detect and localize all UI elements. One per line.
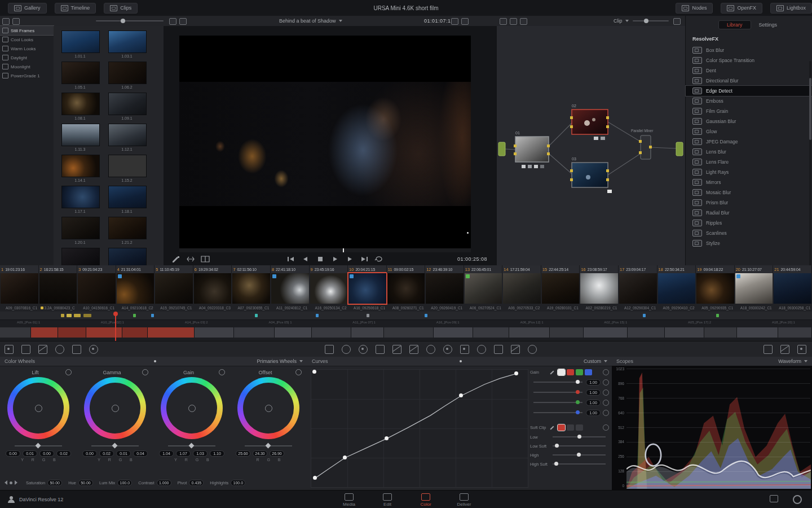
- marker[interactable]: [367, 314, 369, 317]
- reset-icon[interactable]: [219, 369, 225, 375]
- scope-mode-selector[interactable]: Waveform: [778, 358, 807, 364]
- channel-chip-y[interactable]: [558, 369, 565, 375]
- wheel-value[interactable]: 0.01: [116, 450, 131, 457]
- gallery-up-icon[interactable]: [12, 18, 20, 25]
- gallery-still[interactable]: 1.15.2: [108, 155, 145, 182]
- timeline-clip[interactable]: 17 23:09:04:17 A12_09290304_C1: [619, 265, 657, 312]
- wheel-mode-selector[interactable]: Primaries Wheels: [257, 358, 303, 364]
- gallery-still[interactable]: 1.12.1: [108, 124, 145, 151]
- wheel-value[interactable]: 1.07: [176, 450, 191, 457]
- marker[interactable]: [716, 314, 719, 317]
- marker[interactable]: [67, 314, 72, 317]
- timeline-selector[interactable]: Behind a beat of Shadow: [279, 17, 342, 24]
- page-next-icon[interactable]: [15, 480, 17, 485]
- rgb-mixer-icon[interactable]: [376, 345, 385, 354]
- timeline-clip-segment[interactable]: [434, 327, 473, 338]
- viewer-jog-playhead[interactable]: [343, 248, 344, 252]
- clip-thumbnail[interactable]: [1, 273, 38, 304]
- marker[interactable]: [83, 314, 91, 317]
- gallery-still[interactable]: 1.08.1: [61, 93, 99, 120]
- timeline-clip[interactable]: 15 22:44:25:14 A19_09280101_C1: [541, 265, 580, 312]
- timeline-clip-segment[interactable]: [312, 327, 351, 338]
- corrector-node-03[interactable]: 03: [570, 157, 612, 193]
- key-icon[interactable]: [494, 345, 503, 354]
- qualifier-icon[interactable]: [426, 345, 435, 354]
- gallery-album-item[interactable]: Daylight: [0, 53, 54, 62]
- timeline-clip-segment[interactable]: [628, 327, 665, 338]
- node-cursor-icon[interactable]: [500, 18, 507, 25]
- soft-slider-handle[interactable]: [554, 462, 558, 466]
- timeline-clip-segment[interactable]: [550, 327, 584, 338]
- marker[interactable]: [425, 314, 427, 317]
- timeline-clip[interactable]: 13 22:06:45:01 A06_09270524_C1: [464, 265, 503, 312]
- node-camera-icon[interactable]: [510, 18, 517, 25]
- still-thumbnail[interactable]: [61, 93, 100, 115]
- clip-header[interactable]: 12 23:46:39:10: [425, 265, 464, 273]
- node-fit-icon[interactable]: [673, 18, 681, 25]
- openfx-list-item[interactable]: Scanlines: [686, 228, 812, 238]
- marker[interactable]: [643, 314, 646, 317]
- gallery-still[interactable]: 1.03.1: [108, 30, 145, 58]
- timeline-clip[interactable]: 16 23:08:59:17 A02_09280219_C1: [580, 265, 619, 312]
- gallery-still[interactable]: 1.23.1: [61, 248, 99, 265]
- project-manager-icon[interactable]: [770, 495, 778, 502]
- video-frame[interactable]: [179, 36, 471, 248]
- softclip-chip-g[interactable]: [567, 424, 574, 431]
- openfx-list-item[interactable]: Radial Blur: [686, 208, 812, 218]
- clip-thumbnail[interactable]: [503, 273, 541, 304]
- timeline-clip-segment[interactable]: [275, 327, 312, 338]
- openfx-list-item[interactable]: Mosaic Blur: [686, 187, 812, 198]
- openfx-list-item[interactable]: Box Blur: [686, 45, 812, 55]
- timeline-clip-segment[interactable]: [148, 327, 195, 338]
- still-thumbnail[interactable]: [61, 217, 100, 239]
- clip-header[interactable]: 5 11:10:45:19: [155, 265, 193, 273]
- still-thumbnail[interactable]: [108, 248, 147, 265]
- openfx-list-item[interactable]: Mirrors: [686, 177, 812, 187]
- marker[interactable]: [316, 314, 319, 317]
- clip-thumbnail[interactable]: [542, 273, 580, 304]
- adjust-value[interactable]: 50.00: [47, 480, 62, 486]
- still-thumbnail[interactable]: [61, 62, 100, 84]
- topbar-toggle-button[interactable]: Clips: [104, 3, 138, 14]
- reset-icon[interactable]: [603, 400, 609, 406]
- clip-thumbnail[interactable]: [117, 273, 155, 304]
- clip-header[interactable]: 1 19:01:23:16: [0, 265, 39, 273]
- wheel-value[interactable]: 1.10: [210, 450, 224, 457]
- wheel-value[interactable]: 0.02: [56, 450, 71, 457]
- openfx-list-item[interactable]: Film Grain: [686, 106, 812, 116]
- gallery-still[interactable]: 1.20.1: [61, 217, 99, 244]
- gain-slider-handle[interactable]: [576, 390, 580, 394]
- reset-icon[interactable]: [603, 410, 609, 416]
- still-thumbnail[interactable]: [61, 186, 100, 208]
- soft-clip-slider[interactable]: [553, 454, 606, 456]
- clip-thumbnail[interactable]: [387, 273, 425, 304]
- master-wheel-handle[interactable]: [266, 443, 271, 449]
- openfx-list-item[interactable]: Edge Detect: [686, 86, 812, 96]
- curve-editor[interactable]: [311, 369, 528, 488]
- node-zoom-slider[interactable]: [633, 20, 669, 21]
- topbar-toggle-button[interactable]: Lightbox: [770, 3, 812, 14]
- power-window-icon[interactable]: [443, 345, 452, 354]
- mini-timeline-ruler[interactable]: [0, 312, 812, 320]
- clip-header[interactable]: 7 02:11:56:10: [232, 265, 271, 273]
- gallery-still[interactable]: 1.24.1: [108, 248, 145, 265]
- info-icon[interactable]: [797, 345, 806, 354]
- gain-slider-handle[interactable]: [576, 400, 580, 404]
- reset-icon[interactable]: [603, 379, 609, 386]
- timeline-clip-segment[interactable]: [704, 327, 737, 338]
- timeline-clip[interactable]: 9 23:45:19:16 A16_09250134_C2: [310, 265, 348, 312]
- reset-icon[interactable]: [603, 369, 609, 375]
- timeline-clip-segment[interactable]: [58, 327, 86, 338]
- adjust-value[interactable]: 50.00: [78, 480, 93, 486]
- clip-thumbnail[interactable]: [39, 273, 77, 304]
- clip-header[interactable]: 2 16:21:58:15: [39, 265, 78, 273]
- wheel-value[interactable]: 1.03: [193, 450, 208, 457]
- clip-thumbnail[interactable]: [735, 273, 773, 304]
- reset-icon[interactable]: [142, 369, 148, 375]
- marker[interactable]: [255, 314, 258, 317]
- unmix-icon[interactable]: [186, 256, 195, 262]
- wheel-value[interactable]: 25.60: [236, 450, 250, 457]
- viewer-quality-icon[interactable]: [179, 18, 187, 25]
- channel-chip-r[interactable]: [567, 369, 574, 375]
- clip-header[interactable]: 14 17:21:59:04: [502, 265, 541, 273]
